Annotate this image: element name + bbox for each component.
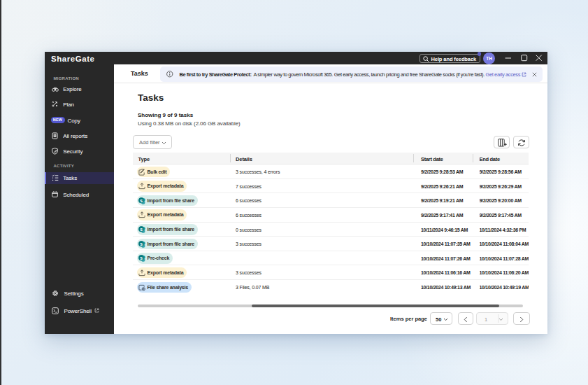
svg-text:s: s [140, 241, 143, 246]
svg-text:s: s [140, 227, 143, 232]
svg-text:s: s [140, 197, 143, 202]
svg-text:s: s [140, 255, 143, 260]
